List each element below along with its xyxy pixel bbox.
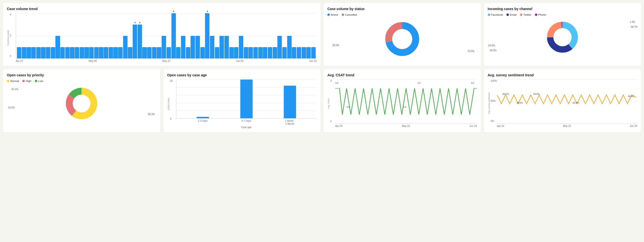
ibc-label-13: 1.3% [630, 21, 635, 23]
ibc-fb-label: Facebook [491, 13, 503, 16]
cvt-bar-38 [200, 47, 205, 58]
cvt-x-jun05: Jun 05 [236, 60, 244, 62]
obp-legend-low: Low [35, 80, 43, 83]
cvt-bar-28 [152, 47, 156, 58]
csat-ann-30-2: 3.0 [346, 106, 350, 108]
ibc-email-dot [506, 14, 509, 16]
cvt-bar-4 [36, 47, 41, 58]
sent-plot: 65.0% 45.0% 65.0% 45.0% 60.0% [497, 80, 638, 124]
cvt-bar-39: 4 [205, 13, 210, 58]
obp-normal-dot [7, 80, 9, 82]
csat-svg [335, 80, 477, 123]
cvt-bar-58 [297, 47, 301, 58]
csat-x-apr24: Apr 24 [335, 125, 342, 127]
oca-bars-area [176, 80, 317, 119]
ibc-legend: Facebook Email Twitter Phone [488, 13, 638, 16]
cvs-donut-wrapper: 28.0% 72.0% [328, 18, 477, 60]
csat-plot: 3.0 3.0 1.0 1.0 3.0 [335, 80, 477, 124]
case-volume-trend-card: Case volume trend Incoming cases 4 2 0 3… [3, 3, 320, 66]
cvt-bar-33 [176, 47, 180, 58]
cvt-bar-25: 3 [138, 25, 142, 58]
obp-title: Open cases by priority [7, 73, 156, 77]
oca-y-label: Active cases [167, 98, 170, 110]
cvt-bar-31 [166, 47, 171, 58]
cvt-bar-47 [244, 47, 248, 58]
cvs-label-28: 28.0% [332, 44, 339, 47]
cvt-bar-20 [113, 47, 118, 58]
cvt-x-may08: May 08 [88, 60, 96, 62]
cvt-bar-22 [123, 36, 128, 58]
cvt-x-apr24: Apr 24 [16, 60, 23, 62]
sent-ytick-50: 50% [491, 100, 497, 102]
cvs-legend-active: Active [328, 13, 338, 16]
oca-bar-3 [284, 80, 296, 118]
csat-x-axis: Apr 24 May 22 Jun 19 [335, 124, 477, 127]
sent-ytick-0: 0% [491, 120, 497, 122]
cvt-bar-14 [84, 47, 89, 58]
cvt-bar-3 [32, 47, 36, 58]
svg-point-2 [392, 29, 412, 49]
cvt-bar-52 [268, 47, 272, 58]
cvt-bar-42 [220, 36, 224, 58]
obp-legend-normal: Normal [7, 80, 19, 83]
cvs-title: Case volume by status [328, 7, 477, 11]
cvt-bar-54 [277, 36, 282, 58]
cvt-bar-61 [311, 47, 316, 58]
oca-x-1week: 1 Week -1 Month [285, 120, 295, 125]
cvs-active-label: Active [331, 13, 338, 16]
cvt-bar-44 [229, 47, 234, 58]
ibc-donut-svg [545, 19, 580, 55]
svg-point-11 [73, 95, 90, 112]
cvt-bar-16 [94, 47, 98, 58]
cvt-bar-18 [104, 47, 108, 58]
ibc-legend-email: Email [506, 13, 517, 16]
cvt-x-jun19: Jun 19 [309, 60, 316, 62]
cvt-bar-6 [46, 47, 50, 58]
csat-ann-10-2: 1.0 [418, 82, 420, 84]
svg-point-7 [553, 28, 572, 46]
oca-ytick-20: 20 [170, 80, 176, 82]
cvt-ytick-2: 2 [10, 34, 16, 37]
obp-normal-label: Normal [10, 80, 19, 83]
ibc-phone-dot [535, 14, 537, 16]
sent-title: Avg. survey sentiment trend [488, 73, 638, 77]
oca-bar-4-7days [240, 80, 252, 118]
cvt-bar-40 [210, 36, 214, 58]
sent-ann-650-1: 65.0% [502, 93, 509, 95]
cvt-bar-17 [99, 47, 103, 58]
cvt-bar-32: 4 [172, 13, 176, 58]
ibc-legend-fb: Facebook [488, 13, 503, 16]
cvs-donut-svg [384, 21, 420, 57]
obp-donut-svg [64, 86, 99, 121]
sent-ann-450-2: 45.0% [573, 102, 579, 104]
cvs-cancelled-label: Cancelled [345, 13, 357, 16]
ibc-phone-label: Phone [538, 13, 546, 16]
open-priority-card: Open cases by priority Normal High Low [3, 69, 160, 133]
cvt-bar-11 [70, 47, 74, 58]
cvt-bar-27 [147, 47, 152, 58]
csat-wrapper: Avg. CSAT 4 2 3.0 3.0 1.0 1.0 3 [328, 80, 477, 127]
ibc-twitter-label: Twitter [523, 13, 531, 16]
csat-ann-10-1: 1.0 [403, 106, 406, 108]
avg-csat-card: Avg. CSAT trend Avg. CSAT 4 2 3.0 3.0 [324, 69, 481, 133]
cvt-bar-53 [273, 47, 277, 58]
cvt-bar-21 [118, 47, 122, 58]
cvt-bar-8 [56, 36, 60, 58]
cvt-bar-10 [65, 47, 70, 58]
cvt-bar-19 [109, 47, 113, 58]
cvt-bar-35 [186, 47, 190, 58]
cvt-bar-2 [26, 47, 31, 58]
oca-x-axis: 1-3 Days 4-7 Days 1 Week -1 Month [176, 119, 317, 125]
oca-bar-1-3days [197, 117, 209, 118]
ibc-fb-dot [488, 14, 490, 16]
cvt-bar-0 [17, 47, 21, 58]
ibc-label-387: 38.7% [631, 26, 638, 28]
cvt-bar-1 [22, 47, 26, 58]
cvt-ytick-4: 4 [10, 13, 16, 16]
sent-x-jun19: Jun 19 [630, 125, 637, 127]
oca-bars [176, 80, 317, 118]
oca-ytick-0: 0 [170, 118, 176, 120]
csat-chart-area: 3.0 3.0 1.0 1.0 3.0 Apr 24 May 22 Jun 19 [335, 80, 477, 127]
ibc-label-240: 24.0% [488, 44, 495, 47]
sent-chart-area: 65.0% 45.0% 65.0% 45.0% 60.0% Apr 24 May… [497, 80, 638, 127]
